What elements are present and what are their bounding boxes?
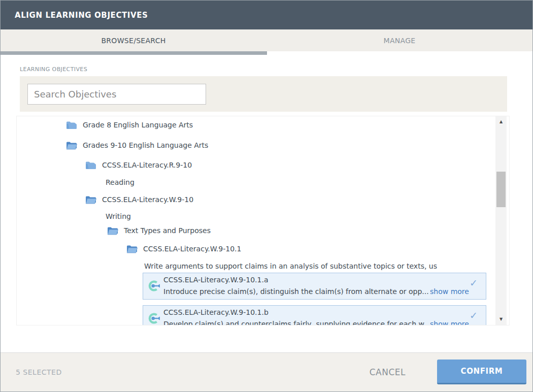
scrollbar-thumb[interactable] [496,172,506,207]
search-panel [20,76,507,112]
folder-icon [85,161,96,170]
tree-standard-description: Write arguments to support claims in an … [144,260,437,272]
selected-check-icon[interactable]: ✓ [470,310,478,321]
tree-folder-ccss-r-9-10[interactable]: CCSS.ELA-Literacy.R.9-10 [85,159,192,171]
show-more-link[interactable]: show more [430,320,469,325]
folder-icon [66,121,77,129]
selected-count: 5 SELECTED [16,368,62,376]
objective-card-w-9-10-1-a[interactable]: CCSS.ELA-Literacy.W.9-10.1.a Introduce p… [143,273,486,300]
objective-target-icon [147,280,160,292]
search-objectives-input[interactable] [27,84,206,105]
objective-card-w-9-10-1-b[interactable]: CCSS.ELA-Literacy.W.9-10.1.b Develop cla… [143,305,486,325]
cancel-button[interactable]: CANCEL [367,367,409,378]
dialog-header: ALIGN LEARNING OBJECTIVES [1,1,532,29]
tree-folder-label: CCSS.ELA-Literacy.W.9-10 [102,195,193,204]
tree-text-label: Reading [106,178,135,186]
scroll-down-icon[interactable]: ▼ [495,317,507,321]
tree-folder-text-types-purposes[interactable]: Text Types and Purposes [107,225,211,236]
tab-browse-search[interactable]: BROWSE/SEARCH [1,29,266,51]
tree-text-writing: Writing [106,211,131,222]
objective-code: CCSS.ELA-Literacy.W.9-10.1.b [163,308,269,316]
align-learning-objectives-dialog: ALIGN LEARNING OBJECTIVES BROWSE/SEARCH … [0,0,533,392]
dialog-footer: 5 SELECTED CANCEL CONFIRM [1,352,532,391]
scroll-up-icon[interactable]: ▲ [495,119,507,124]
folder-open-icon [126,245,138,253]
tree-text-reading: Reading [106,177,135,188]
objective-target-icon [147,312,160,324]
tree-folder-label: Text Types and Purposes [124,226,211,235]
folder-open-icon [85,195,96,204]
tab-manage[interactable]: MANAGE [266,29,532,51]
learning-objectives-label: LEARNING OBJECTIVES [20,66,87,73]
tree-scrollbar[interactable]: ▲ ▼ [495,116,507,325]
tree-folder-grades9-10[interactable]: Grades 9-10 English Language Arts [66,140,208,151]
show-more-link[interactable]: show more [430,287,469,296]
objectives-tree: Grade 8 English Language Arts Grades 9-1… [16,116,510,325]
tree-folder-grade8[interactable]: Grade 8 English Language Arts [66,119,193,130]
objective-description: Introduce precise claim(s), distinguish … [163,287,429,296]
tree-text-label: Writing [106,212,131,220]
tab-bar: BROWSE/SEARCH MANAGE [1,29,532,51]
tree-folder-label: Grades 9-10 English Language Arts [83,141,208,149]
folder-open-icon [66,141,77,150]
active-tab-indicator [1,51,267,55]
objective-code: CCSS.ELA-Literacy.W.9-10.1.a [163,276,268,284]
dialog-title: ALIGN LEARNING OBJECTIVES [15,11,148,20]
tree-folder-ccss-w-9-10[interactable]: CCSS.ELA-Literacy.W.9-10 [85,194,193,205]
tree-folder-label: Grade 8 English Language Arts [83,121,193,129]
confirm-button[interactable]: CONFIRM [437,360,526,384]
folder-open-icon [107,226,118,235]
tree-folder-label: CCSS.ELA-Literacy.R.9-10 [102,161,192,169]
selected-check-icon[interactable]: ✓ [470,277,478,288]
tree-folder-ccss-w-9-10-1[interactable]: CCSS.ELA-Literacy.W.9-10.1 [126,243,241,254]
tree-folder-label: CCSS.ELA-Literacy.W.9-10.1 [143,245,241,253]
tree-text-label: Write arguments to support claims in an … [144,262,437,270]
objective-description: Develop claim(s) and counterclaims fairl… [163,320,430,325]
